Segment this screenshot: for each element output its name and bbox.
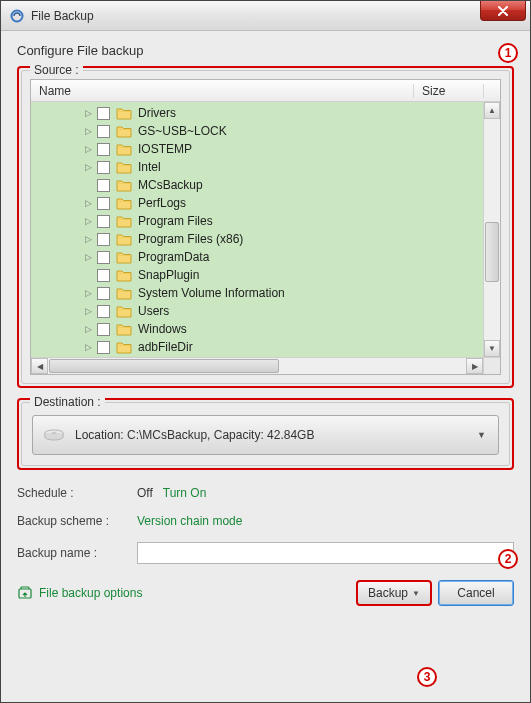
schedule-turn-on-link[interactable]: Turn On [163,486,207,500]
checkbox[interactable] [97,251,110,264]
expand-arrow-icon[interactable]: ▷ [85,342,95,352]
folder-label: GS~USB~LOCK [138,124,227,138]
checkbox[interactable] [97,215,110,228]
cancel-button[interactable]: Cancel [438,580,514,606]
callout-3: 3 [417,667,437,687]
checkbox[interactable] [97,287,110,300]
scheme-value[interactable]: Version chain mode [137,514,242,528]
checkbox[interactable] [97,107,110,120]
schedule-value: Off [137,486,153,500]
folder-icon [116,161,132,174]
tree-row[interactable]: ▷Users [31,302,483,320]
expand-arrow-icon[interactable]: ▷ [85,234,95,244]
checkbox[interactable] [97,233,110,246]
callout-2: 2 [498,549,518,569]
folder-icon [116,251,132,264]
scroll-thumb-horizontal[interactable] [49,359,279,373]
tree-row[interactable]: ▷System Volume Information [31,284,483,302]
expand-arrow-icon[interactable]: ▷ [85,216,95,226]
folder-label: adbFileDir [138,340,193,354]
tree-header: Name Size [31,80,500,102]
folder-label: Intel [138,160,161,174]
chevron-down-icon: ▼ [412,589,420,598]
column-name[interactable]: Name [31,84,414,98]
column-size[interactable]: Size [414,84,484,98]
scroll-thumb-vertical[interactable] [485,222,499,282]
app-icon [9,8,25,24]
tree-list[interactable]: ▷Drivers▷GS~USB~LOCK▷IOSTEMP▷Intel▷MCsBa… [31,102,483,357]
checkbox[interactable] [97,125,110,138]
expand-arrow-icon[interactable]: ▷ [85,252,95,262]
folder-label: Program Files [138,214,213,228]
window-title: File Backup [31,9,94,23]
folder-icon [116,197,132,210]
source-legend: Source : [30,63,83,77]
backup-name-input[interactable] [137,542,514,564]
checkbox[interactable] [97,341,110,354]
tree-row[interactable]: ▷GS~USB~LOCK [31,122,483,140]
tree-row[interactable]: ▷Windows [31,320,483,338]
page-title: Configure File backup [17,43,514,58]
expand-arrow-icon[interactable]: ▷ [85,144,95,154]
titlebar[interactable]: File Backup [1,1,530,31]
folder-label: Users [138,304,169,318]
destination-selector[interactable]: Location: C:\MCsBackup, Capacity: 42.84G… [32,415,499,455]
folder-label: PerfLogs [138,196,186,210]
expand-arrow-icon[interactable]: ▷ [85,306,95,316]
tree-row[interactable]: ▷Intel [31,158,483,176]
folder-label: SnapPlugin [138,268,199,282]
expand-arrow-icon[interactable]: ▷ [85,288,95,298]
scroll-right-button[interactable]: ▶ [466,358,483,374]
folder-label: IOSTEMP [138,142,192,156]
tree-row[interactable]: ▷ProgramData [31,248,483,266]
scroll-up-button[interactable]: ▲ [484,102,500,119]
source-fieldset: Source : Name Size ▷Drivers▷GS~USB~LOCK▷… [21,70,510,384]
folder-icon [116,143,132,156]
destination-fieldset: Destination : Location: C:\MCsBackup, Ca… [21,402,510,466]
close-button[interactable] [480,1,526,21]
tree-row[interactable]: ▷MCsBackup [31,176,483,194]
folder-icon [116,287,132,300]
svg-point-0 [12,10,23,21]
tree-row[interactable]: ▷Program Files [31,212,483,230]
folder-icon [116,305,132,318]
folder-icon [116,233,132,246]
checkbox[interactable] [97,323,110,336]
folder-label: Windows [138,322,187,336]
destination-location-text: Location: C:\MCsBackup, Capacity: 42.84G… [75,428,314,442]
folder-label: MCsBackup [138,178,203,192]
source-highlight: Source : Name Size ▷Drivers▷GS~USB~LOCK▷… [17,66,514,388]
tree-row[interactable]: ▷IOSTEMP [31,140,483,158]
checkbox[interactable] [97,161,110,174]
checkbox[interactable] [97,179,110,192]
expand-arrow-icon[interactable]: ▷ [85,108,95,118]
tree-row[interactable]: ▷Program Files (x86) [31,230,483,248]
expand-arrow-icon[interactable]: ▷ [85,126,95,136]
folder-icon [116,107,132,120]
backup-button[interactable]: Backup ▼ [356,580,432,606]
checkbox[interactable] [97,269,110,282]
horizontal-scrollbar[interactable]: ◀ ▶ [31,357,500,374]
expand-arrow-icon[interactable]: ▷ [85,324,95,334]
expand-arrow-icon[interactable]: ▷ [85,198,95,208]
folder-icon [116,341,132,354]
destination-legend: Destination : [30,395,105,409]
options-link-text: File backup options [39,586,142,600]
file-backup-options-link[interactable]: File backup options [17,585,142,601]
folder-icon [116,323,132,336]
scroll-left-button[interactable]: ◀ [31,358,48,374]
checkbox[interactable] [97,305,110,318]
tree-row[interactable]: ▷PerfLogs [31,194,483,212]
expand-arrow-icon[interactable]: ▷ [85,162,95,172]
checkbox[interactable] [97,143,110,156]
scroll-down-button[interactable]: ▼ [484,340,500,357]
tree-row[interactable]: ▷adbFileDir [31,338,483,356]
cancel-button-label: Cancel [457,586,494,600]
folder-label: Drivers [138,106,176,120]
tree-row[interactable]: ▷SnapPlugin [31,266,483,284]
vertical-scrollbar[interactable]: ▲ ▼ [483,102,500,357]
checkbox[interactable] [97,197,110,210]
callout-1: 1 [498,43,518,63]
destination-highlight: Destination : Location: C:\MCsBackup, Ca… [17,398,514,470]
tree-row[interactable]: ▷Drivers [31,104,483,122]
